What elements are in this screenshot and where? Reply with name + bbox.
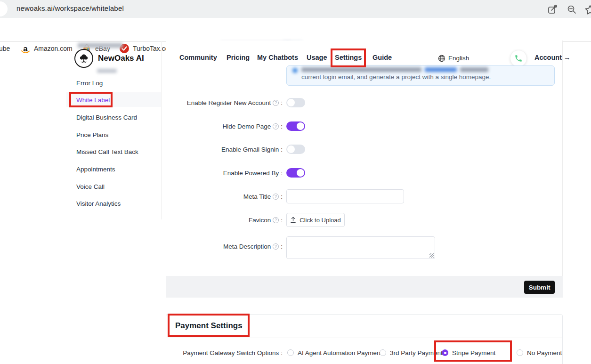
sidebar-item-voice-call[interactable]: Voice Call — [76, 183, 105, 190]
sidebar-item-visitor-analytics[interactable]: Visitor Analytics — [76, 200, 121, 207]
redacted-link — [425, 67, 457, 72]
nav-usage[interactable]: Usage — [307, 54, 327, 61]
annotation-box-white-label — [69, 92, 113, 107]
field-label: Favicon — [249, 217, 271, 224]
redacted-text — [460, 67, 488, 72]
nav-pricing[interactable]: Pricing — [227, 54, 250, 61]
field-label: Meta Title — [243, 193, 271, 200]
site-info-icon[interactable] — [0, 1, 8, 16]
bookmarks-bar: ube a Amazon.com eBay — [0, 18, 591, 42]
field-label: Enable Powered By — [223, 170, 279, 177]
radio-icon[interactable] — [287, 349, 294, 356]
nav-community[interactable]: Community — [179, 54, 217, 61]
help-icon[interactable]: ? — [273, 217, 279, 223]
field-label: Meta Description — [223, 243, 271, 250]
payment-options-label-row: Payment Gateway Switch Options : — [167, 346, 283, 360]
upload-button-label: Click to Upload — [300, 217, 340, 224]
toggle-hide-demo-page[interactable] — [286, 121, 305, 131]
field-label: Enable Gmail Signin — [221, 146, 279, 153]
payment-header-divider — [166, 338, 562, 338]
field-label: Enable Register New Account — [187, 99, 271, 106]
help-icon[interactable]: ? — [273, 243, 279, 250]
form-label-row: Meta Title ? : — [167, 189, 283, 203]
card-footer — [166, 276, 563, 298]
globe-icon — [438, 55, 445, 64]
submit-button[interactable]: Submit — [524, 281, 555, 294]
form-label-row: Hide Demo Page ? : — [167, 119, 283, 133]
radio-label: AI Agent Automation Payment — [298, 349, 382, 356]
label-colon: : — [281, 170, 283, 177]
account-menu[interactable]: Account → — [534, 54, 571, 61]
label-colon: : — [281, 99, 283, 106]
form-label-row: Enable Register New Account ? : — [167, 96, 283, 110]
info-icon-redacted — [292, 68, 298, 73]
nav-my-chatbots[interactable]: My Chatbots — [257, 54, 298, 61]
brand: NewOaks AI — [74, 49, 144, 68]
help-icon[interactable]: ? — [273, 123, 279, 129]
meta-description-textarea[interactable] — [286, 236, 435, 259]
info-banner-text: current login email, and generate a proj… — [301, 73, 491, 81]
form-label-row: Enable Gmail Signin : — [167, 142, 283, 156]
phone-icon — [514, 54, 523, 63]
amazon-a-icon: a — [21, 44, 30, 53]
radio-icon[interactable] — [380, 349, 386, 356]
meta-title-input[interactable] — [286, 189, 404, 203]
form-label-row: Favicon ? : — [167, 213, 283, 227]
annotation-box-payment-settings — [168, 314, 250, 337]
toggle-enable-powered-by[interactable] — [286, 168, 305, 178]
radio-label: No Payment — [527, 349, 562, 356]
sidebar-item-price-plans[interactable]: Price Plans — [76, 131, 108, 138]
toggle-enable-gmail-signin[interactable] — [286, 145, 305, 154]
redacted-text — [78, 43, 123, 48]
field-label: Payment Gateway Switch Options — [183, 349, 279, 356]
toggle-enable-register-new-account[interactable] — [286, 98, 305, 107]
label-colon: : — [281, 123, 283, 130]
bookmark-label: ube — [0, 45, 10, 52]
favicon-upload-button[interactable]: Click to Upload — [286, 213, 345, 227]
radio-icon[interactable] — [517, 349, 523, 356]
sidebar-item-missed-call-text-back[interactable]: Missed Call Text Back — [76, 148, 138, 155]
url-text[interactable]: newoaks.ai/workspace/whitelabel — [16, 4, 124, 12]
annotation-box-stripe-payment — [434, 340, 512, 362]
radio-ai-agent-automation-payment[interactable]: AI Agent Automation Payment — [287, 346, 382, 360]
phone-support-button[interactable] — [510, 50, 527, 67]
field-label: Hide Demo Page — [222, 123, 271, 130]
bookmark-label: Amazon.com — [34, 45, 73, 52]
radio-3rd-party-payment[interactable]: 3rd Party Payment — [380, 346, 443, 360]
redacted-text — [97, 69, 117, 73]
label-colon: : — [281, 193, 283, 200]
nav-guide[interactable]: Guide — [372, 54, 392, 61]
sidebar-item-appointments[interactable]: Appointments — [76, 166, 115, 173]
language-selector[interactable]: English — [448, 55, 469, 62]
label-colon: : — [281, 217, 283, 224]
favorite-star-icon[interactable] — [584, 4, 591, 15]
sidebar-item-error-log[interactable]: Error Log — [76, 80, 103, 87]
zoom-out-icon[interactable] — [566, 4, 577, 15]
form-label-row: Meta Description ? : — [167, 239, 283, 253]
address-bar[interactable]: newoaks.ai/workspace/whitelabel — [0, 0, 591, 18]
form-label-row: Enable Powered By : — [167, 166, 283, 180]
annotation-box-settings — [331, 49, 366, 67]
redacted-text — [301, 67, 421, 72]
help-icon[interactable]: ? — [273, 194, 279, 200]
radio-no-payment[interactable]: No Payment — [517, 346, 562, 360]
bookmark-youtube-truncated[interactable]: ube — [0, 44, 10, 53]
help-icon[interactable]: ? — [273, 100, 279, 106]
sidebar-divider — [161, 41, 162, 219]
newoaks-tree-logo-icon — [74, 49, 93, 68]
upload-icon — [290, 217, 296, 223]
bookmark-amazon[interactable]: a Amazon.com — [21, 44, 73, 53]
resize-handle[interactable] — [429, 253, 434, 258]
brand-name: NewOaks AI — [98, 54, 144, 63]
label-colon: : — [281, 349, 283, 356]
share-edit-icon[interactable] — [547, 4, 558, 15]
label-colon: : — [281, 146, 283, 153]
label-colon: : — [281, 243, 283, 250]
sidebar-item-digital-business-card[interactable]: Digital Business Card — [76, 114, 137, 121]
